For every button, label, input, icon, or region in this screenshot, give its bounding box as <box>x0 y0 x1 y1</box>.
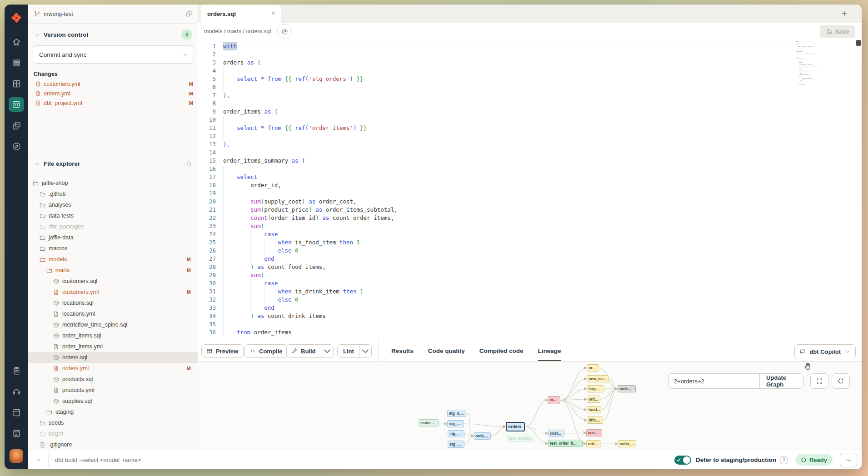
lineage-node-cust[interactable]: cust... <box>548 430 564 437</box>
file-tree-item-seeds[interactable]: seeds <box>28 417 198 428</box>
copy-icon[interactable] <box>185 10 192 17</box>
lineage-node-y6[interactable]: drin.... <box>587 416 603 424</box>
defer-toggle[interactable] <box>674 456 691 465</box>
docs-icon[interactable] <box>5 402 28 423</box>
lineage-node-ecom[interactable]: ecom.... <box>419 419 439 426</box>
file-tree-item-customers-yml[interactable]: customers.ymlM <box>28 287 198 298</box>
file-tree-item-jaffle-shop[interactable]: jaffle-shop <box>28 178 198 188</box>
lineage-node-y3[interactable]: larg... <box>587 385 604 392</box>
develop-icon[interactable] <box>5 94 28 115</box>
tab-results[interactable]: Results <box>391 340 414 362</box>
changelog-icon[interactable] <box>5 423 28 444</box>
file-tree-item-dbt-packages[interactable]: dbt_packages <box>28 221 198 232</box>
open-in-explore-icon[interactable] <box>277 24 292 39</box>
branch-row[interactable]: mwong-test <box>28 5 198 24</box>
file-tree-item-metricflow-time-spine-sql[interactable]: metricflow_time_spine.sql <box>28 319 198 330</box>
apps-grid-icon[interactable] <box>5 73 28 94</box>
lineage-node-y1[interactable]: or.... <box>587 364 599 372</box>
dbt-logo[interactable] <box>5 5 28 31</box>
compile-button[interactable]: Compile <box>244 344 288 358</box>
lineage-node-y2[interactable]: new_cu... <box>587 375 609 382</box>
lineage-node-y5[interactable]: food... <box>587 406 601 413</box>
file-tree-item-supplies-sql[interactable]: supplies.sql <box>28 396 198 407</box>
build-button[interactable]: Build <box>286 344 334 358</box>
file-tree-item-models[interactable]: modelsM <box>28 254 198 265</box>
lineage-node-orde1[interactable]: orde.... <box>474 432 491 440</box>
lineage-node-stg_c[interactable]: stg_.... <box>448 430 464 437</box>
changed-file-row[interactable]: orders.ymlM <box>28 89 198 98</box>
lineage-node-ghost1[interactable]: test_supply... <box>507 435 535 442</box>
file-tree-item-macros[interactable]: macros <box>28 243 198 254</box>
commit-and-sync-button[interactable]: Commit and sync <box>33 45 193 64</box>
preview-button[interactable]: Preview <box>201 344 244 358</box>
home-icon[interactable] <box>5 31 28 52</box>
lineage-node-stg_o[interactable]: stg_o.... <box>447 410 466 417</box>
file-tree-item-data-tests[interactable]: data-tests <box>28 210 198 221</box>
file-tree-item-locations-sql[interactable]: locations.sql <box>28 298 198 308</box>
refresh-button[interactable] <box>832 373 850 389</box>
help-icon[interactable]: ? <box>780 456 788 464</box>
lint-button[interactable]: Lint <box>337 344 372 358</box>
lineage-node-stg_d[interactable]: stg_.... <box>448 441 464 448</box>
commit-dropdown-chevron[interactable] <box>178 46 193 63</box>
save-button[interactable]: Save <box>820 25 855 38</box>
more-options-button[interactable] <box>840 453 857 467</box>
lineage-node-gray1[interactable]: orde... <box>618 385 636 392</box>
file-tree-item-analyses[interactable]: analyses <box>28 199 198 210</box>
build-dropdown-chevron[interactable] <box>321 345 333 357</box>
orchestration-icon[interactable] <box>5 115 28 136</box>
tab-compiled-code[interactable]: Compiled code <box>479 340 524 362</box>
changed-file-row[interactable]: customers.ymlM <box>28 79 198 89</box>
minimap[interactable]: withorders as (select * from {{ ref('stg… <box>796 41 854 85</box>
user-avatar[interactable] <box>10 449 23 463</box>
file-tree-item-locations-yml[interactable]: locations.yml <box>28 308 198 319</box>
ready-status-badge[interactable]: Ready <box>795 454 833 466</box>
file-tree-item-order-items-sql[interactable]: order_items.sql <box>28 330 198 341</box>
new-tab-button[interactable] <box>839 8 850 19</box>
file-tree-item-marts[interactable]: martsM <box>28 265 198 276</box>
file-tree-item-jaffle-data[interactable]: jaffle-data <box>28 232 198 243</box>
code-editor[interactable]: 1234567891011121314151617181920212223242… <box>198 40 862 340</box>
lineage-node-cusp[interactable]: cus... <box>586 429 602 436</box>
update-graph-button[interactable]: Update Graph <box>759 373 803 389</box>
lineage-node-test1[interactable]: test_order_it... <box>548 440 583 447</box>
notes-icon[interactable] <box>5 360 28 381</box>
lineage-node-orp[interactable]: or... <box>548 396 560 404</box>
lineage-node-y4[interactable]: ord... <box>587 396 600 403</box>
file-tree-item-order-items-yml[interactable]: order_items.yml <box>28 341 198 352</box>
file-tree-item-target[interactable]: target <box>28 428 198 439</box>
file-name: customers.sql <box>62 278 97 284</box>
file-tree-item-products-yml[interactable]: products.yml <box>28 385 198 396</box>
tab-code-quality[interactable]: Code quality <box>428 340 465 362</box>
file-tree-item-customers-sql[interactable]: customers.sql <box>28 276 198 287</box>
close-icon[interactable] <box>271 11 276 16</box>
file-tree-item-orders-yml[interactable]: orders.ymlM <box>28 363 198 374</box>
support-icon[interactable] <box>5 381 28 402</box>
lineage-node-stg_b[interactable]: stg_.... <box>447 420 464 427</box>
lineage-node-orders[interactable]: orders <box>506 422 525 431</box>
environments-icon[interactable] <box>5 52 28 73</box>
expand-console-chevron[interactable] <box>28 457 48 463</box>
explore-icon[interactable] <box>5 136 28 157</box>
lineage-node-y8[interactable]: order_.... <box>618 440 636 447</box>
scrollbar-thumb[interactable] <box>856 40 861 46</box>
selector-input[interactable] <box>668 374 759 388</box>
dbt-copilot-button[interactable]: dbt Copilot <box>794 344 856 359</box>
file-name: analyses <box>49 202 71 208</box>
tab-lineage[interactable]: Lineage <box>538 340 561 362</box>
lint-dropdown-chevron[interactable] <box>359 345 371 357</box>
version-control-header[interactable]: Version control 3 <box>28 24 198 44</box>
changed-file-row[interactable]: dbt_project.ymlM <box>28 98 198 108</box>
file-explorer-header[interactable]: File explorer <box>28 154 198 171</box>
fullscreen-button[interactable] <box>810 373 828 389</box>
search-icon[interactable] <box>185 160 192 167</box>
code-pane[interactable]: withorders as (select * from {{ ref('stg… <box>223 42 793 337</box>
lineage-node-y7[interactable]: ord... <box>586 440 601 447</box>
file-tree-item-products-sql[interactable]: products.sql <box>28 374 198 385</box>
file-tree-item--github[interactable]: .github <box>28 188 198 199</box>
command-input[interactable] <box>49 456 674 463</box>
file-tree-item--gitignore[interactable]: .gitignore <box>28 439 198 450</box>
file-tree-item-orders-sql[interactable]: orders.sql <box>28 352 198 363</box>
tab-orders-sql[interactable]: orders.sql <box>201 5 281 23</box>
file-tree-item-staging[interactable]: staging <box>28 407 198 417</box>
